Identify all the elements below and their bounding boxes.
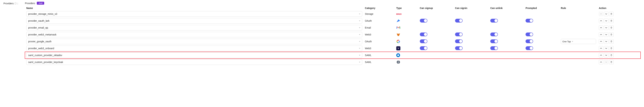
type-cell <box>395 52 418 59</box>
chevron-down-icon <box>359 27 360 28</box>
move-up-button[interactable] <box>599 53 603 58</box>
chevron-down-icon <box>359 41 360 42</box>
provider-name-select[interactable]: provier_google_oauth <box>26 39 362 44</box>
category-cell: Storage <box>364 10 395 17</box>
toggle[interactable] <box>526 32 533 36</box>
toggle[interactable] <box>526 46 533 50</box>
provider-name: provier_google_oauth <box>28 40 52 43</box>
chevron-down-icon <box>572 41 573 42</box>
toggle[interactable] <box>490 19 498 22</box>
table-row: provider_web3_metamaskWeb3 <box>25 31 640 38</box>
field-label-text: Providers <box>4 2 14 5</box>
provider-name: provider_oauth_lark <box>28 20 50 22</box>
provider-name-select[interactable]: provider_web3_onboard <box>26 46 362 51</box>
col-header-can-unlink: Can unlink <box>489 6 524 10</box>
toggle[interactable] <box>526 40 533 43</box>
providers-title: Providers <box>25 2 35 5</box>
col-header-action: Action <box>598 6 640 10</box>
toggle[interactable] <box>455 40 463 43</box>
delete-button[interactable] <box>609 39 614 44</box>
col-header-rule: Rule <box>560 6 598 10</box>
category-cell: Web3 <box>364 31 395 38</box>
category-cell: OAuth <box>364 38 395 45</box>
move-down-button[interactable] <box>604 18 608 23</box>
col-header-can-signin: Can signin <box>454 6 489 10</box>
category-cell: SAML <box>364 52 395 59</box>
blocknative-icon <box>396 46 400 50</box>
col-header-prompted: Prompted <box>524 6 560 10</box>
col-header-name: Name <box>25 6 364 10</box>
move-down-button[interactable] <box>604 53 608 58</box>
providers-table: Name Category Type Can signup Can signin… <box>25 6 640 66</box>
category-cell: Web3 <box>364 45 395 52</box>
col-header-category: Category <box>364 6 395 10</box>
add-button[interactable]: Add <box>37 2 44 5</box>
provider-name: provider_web3_metamask <box>28 33 56 36</box>
delete-button[interactable] <box>609 53 614 58</box>
provider-name-select[interactable]: provider_storage_minio_s3 <box>26 11 362 17</box>
table-header-row: Name Category Type Can signup Can signin… <box>25 6 640 10</box>
move-down-button[interactable] <box>604 46 608 50</box>
move-up-button[interactable] <box>599 18 603 23</box>
category-cell: OAuth <box>364 17 395 24</box>
toggle[interactable] <box>490 32 498 36</box>
move-up-button[interactable] <box>599 39 603 44</box>
type-cell <box>395 59 418 66</box>
provider-name-select[interactable]: provider_web3_metamask <box>26 32 362 37</box>
delete-button[interactable] <box>609 32 614 37</box>
toggle[interactable] <box>420 32 428 36</box>
category-cell: Email <box>364 24 395 31</box>
table-row: provider_email_qqEmail <box>25 24 640 31</box>
rule-select[interactable]: One Tap <box>561 39 596 44</box>
table-row: provider_oauth_larkOAuth <box>25 17 640 24</box>
chevron-down-icon <box>359 55 360 56</box>
provider-name: saml_custom_provider_oktadev <box>28 54 62 56</box>
move-up-button <box>599 12 603 16</box>
move-down-button[interactable] <box>604 26 608 30</box>
type-cell: MINIO <box>395 10 418 17</box>
move-up-button[interactable] <box>599 60 603 64</box>
provider-name: provider_email_qq <box>28 26 48 29</box>
move-down-button[interactable] <box>604 39 608 44</box>
chevron-down-icon <box>359 62 360 62</box>
okta-icon <box>396 53 400 57</box>
toggle[interactable] <box>455 46 463 50</box>
providers-panel: Providers Add Name Category Type Can sig… <box>25 2 640 66</box>
metamask-icon <box>396 32 400 37</box>
col-header-type: Type <box>395 6 418 10</box>
toggle[interactable] <box>490 40 498 43</box>
delete-button[interactable] <box>609 18 614 23</box>
chevron-down-icon <box>359 34 360 35</box>
toggle[interactable] <box>490 46 498 50</box>
move-up-button[interactable] <box>599 32 603 37</box>
delete-button[interactable] <box>609 46 614 50</box>
move-down-button[interactable] <box>604 32 608 37</box>
delete-button[interactable] <box>609 26 614 30</box>
table-row: provider_storage_minio_s3StorageMINIO <box>25 10 640 17</box>
table-row: provier_google_oauthOAuthOne Tap <box>25 38 640 45</box>
move-down-button[interactable] <box>604 12 608 16</box>
help-icon[interactable]: ? <box>14 2 17 5</box>
table-row: saml_custom_provider_oktadevSAML <box>25 52 640 59</box>
toggle[interactable] <box>455 19 463 22</box>
minio-icon: MINIO <box>396 13 402 15</box>
toggle[interactable] <box>420 19 428 22</box>
field-label: Providers ? : <box>4 2 18 5</box>
delete-button[interactable] <box>609 60 614 64</box>
toggle[interactable] <box>420 40 428 43</box>
provider-name: provider_web3_onboard <box>28 47 54 50</box>
delete-button[interactable] <box>609 12 614 16</box>
move-up-button[interactable] <box>599 26 603 30</box>
provider-name: saml_custom_provider_keycloak <box>28 61 63 64</box>
type-cell <box>395 17 418 24</box>
provider-name-select[interactable]: saml_custom_provider_keycloak <box>26 59 362 65</box>
toggle[interactable] <box>420 46 428 50</box>
toggle[interactable] <box>455 32 463 36</box>
toggle[interactable] <box>526 19 533 22</box>
provider-name-select[interactable]: provider_email_qq <box>26 25 362 30</box>
table-row: provider_web3_onboardWeb3 <box>25 45 640 52</box>
type-cell <box>395 38 418 45</box>
provider-name-select[interactable]: saml_custom_provider_oktadev <box>26 52 362 58</box>
move-up-button[interactable] <box>599 46 603 50</box>
provider-name-select[interactable]: provider_oauth_lark <box>26 18 362 24</box>
